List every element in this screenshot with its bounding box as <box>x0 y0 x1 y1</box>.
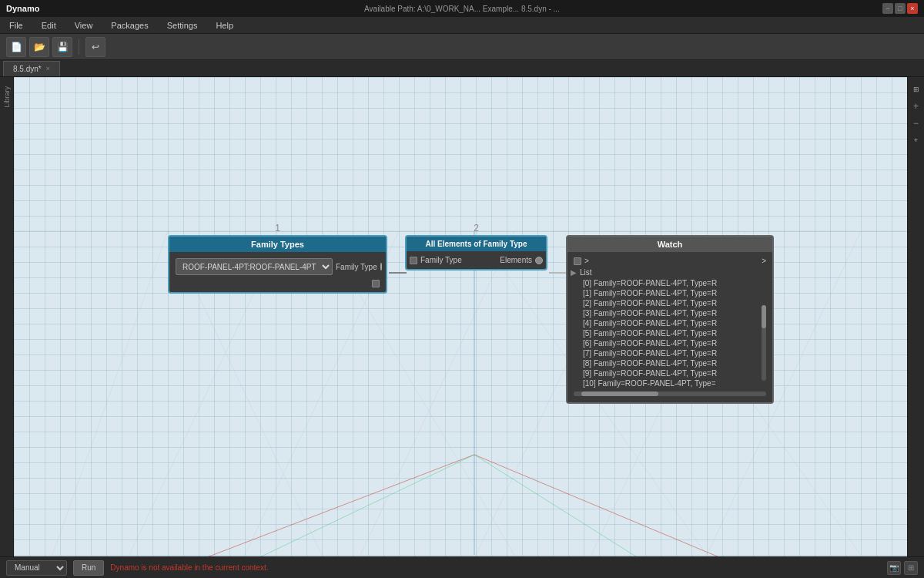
right-panel: ⊞ + − + <box>907 77 924 556</box>
screenshot-icon[interactable]: 📷 <box>887 561 901 575</box>
menu-settings[interactable]: Settings <box>164 19 201 32</box>
all-elements-output-label: Elements <box>500 256 532 264</box>
menu-bar: File Edit View Packages Settings Help <box>0 17 924 34</box>
zoom-out-button[interactable]: − <box>910 117 922 129</box>
node-all-elements-header: All Elements of Family Type <box>407 237 546 251</box>
watch-list-label: List <box>580 268 592 277</box>
watch-list-item-2: [2] Family=ROOF-PANEL-4PT, Type=R <box>571 298 758 308</box>
all-elements-input-port <box>410 257 417 264</box>
maximize-button[interactable]: □ <box>895 3 906 14</box>
zoom-reset-button[interactable]: + <box>910 134 922 146</box>
layout-icon[interactable]: ⊞ <box>904 561 918 575</box>
menu-edit[interactable]: Edit <box>38 19 59 32</box>
save-button[interactable]: 💾 <box>52 37 72 57</box>
all-elements-output-port <box>535 257 543 264</box>
watch-list-item-5: [5] Family=ROOF-PANEL-4PT, Type=R <box>571 328 758 338</box>
node-watch-body: > > ▶ List [0] Family=ROOF-PANEL-4PT, Ty… <box>567 252 772 402</box>
node-all-elements: 2 All Elements of Family Type Family Typ… <box>405 235 547 271</box>
family-type-row: ROOF-PANEL-4PT:ROOF-PANEL-4PT Family Typ… <box>172 255 383 278</box>
node-family-types-body: ROOF-PANEL-4PT:ROOF-PANEL-4PT Family Typ… <box>169 252 386 292</box>
watch-list-item-7: [7] Family=ROOF-PANEL-4PT, Type=R <box>571 348 758 358</box>
menu-file[interactable]: File <box>6 19 26 32</box>
family-type-dropdown[interactable]: ROOF-PANEL-4PT:ROOF-PANEL-4PT <box>176 258 333 275</box>
all-elements-port-row: Family Type Elements <box>410 254 543 266</box>
all-elements-input-label: Family Type <box>420 256 462 264</box>
minimize-button[interactable]: − <box>882 3 893 14</box>
watch-port-row: > > <box>571 255 769 267</box>
app-logo: Dynamo <box>6 4 39 13</box>
menu-packages[interactable]: Packages <box>108 19 151 32</box>
watch-input-port <box>574 257 581 265</box>
watch-list-item-10: [10] Family=ROOF-PANEL-4PT, Type= <box>571 378 758 388</box>
undo-button[interactable]: ↩ <box>85 37 105 57</box>
watch-list-item-6: [6] Family=ROOF-PANEL-4PT, Type=R <box>571 338 758 348</box>
status-left: Manual Automatic Run Dynamo is not avail… <box>6 560 268 576</box>
node-watch-header: Watch <box>567 237 772 252</box>
status-message: Dynamo is not available in the current c… <box>110 563 268 572</box>
open-button[interactable]: 📂 <box>29 37 49 57</box>
node-family-types-header: Family Types <box>169 237 386 252</box>
toolbar: 📄 📂 💾 ↩ <box>0 34 924 60</box>
menu-view[interactable]: View <box>72 19 96 32</box>
zoom-fit-button[interactable]: ⊞ <box>910 83 922 96</box>
sidebar: Library <box>0 77 14 556</box>
watch-scrollbar-thumb <box>762 305 766 328</box>
node2-badge: 2 <box>474 223 479 234</box>
watch-list-item-3: [3] Family=ROOF-PANEL-4PT, Type=R <box>571 308 758 318</box>
watch-input-label: > <box>584 257 589 265</box>
toolbar-separator <box>79 39 79 55</box>
tab-bar: 8.5.dyn* × <box>0 60 924 77</box>
run-button[interactable]: Run <box>73 560 104 576</box>
watch-output-label: > <box>762 257 766 265</box>
watch-list-item-0: [0] Family=ROOF-PANEL-4PT, Type=R <box>571 278 758 288</box>
status-right: 📷 ⊞ <box>887 561 918 575</box>
title-bar: Dynamo Available Path: A:\0_WORK_NA... E… <box>0 0 924 17</box>
window-controls: − □ × <box>882 3 918 14</box>
node-watch: Watch > > ▶ List [0] Family=ROOF-PANEL-4… <box>566 235 774 404</box>
status-bar: Manual Automatic Run Dynamo is not avail… <box>0 556 924 578</box>
new-button[interactable]: 📄 <box>6 37 26 57</box>
main-content: Library <box>0 77 924 556</box>
watch-scrollbar[interactable] <box>762 305 766 381</box>
watch-list-item-8: [8] Family=ROOF-PANEL-4PT, Type=R <box>571 358 758 368</box>
watch-list-item-4: [4] Family=ROOF-PANEL-4PT, Type=R <box>571 318 758 328</box>
tab-label: 8.5.dyn* <box>13 65 42 73</box>
watch-hscrollbar[interactable] <box>574 391 766 396</box>
tab-file[interactable]: 8.5.dyn* × <box>3 61 60 76</box>
node1-badge: 1 <box>275 223 280 234</box>
canvas[interactable]: 1 Family Types ROOF-PANEL-4PT:ROOF-PANEL… <box>14 77 907 556</box>
family-types-corner-port <box>372 280 380 287</box>
node-all-elements-body: Family Type Elements <box>407 251 546 269</box>
run-mode-select[interactable]: Manual Automatic <box>6 560 67 576</box>
node-family-types: 1 Family Types ROOF-PANEL-4PT:ROOF-PANEL… <box>168 235 387 294</box>
menu-help[interactable]: Help <box>213 19 236 32</box>
zoom-in-button[interactable]: + <box>910 100 922 113</box>
window-title: Available Path: A:\0_WORK_NA... Example.… <box>364 5 560 13</box>
close-button[interactable]: × <box>907 3 918 14</box>
watch-list-item-1: [1] Family=ROOF-PANEL-4PT, Type=R <box>571 288 758 298</box>
family-type-output-port <box>380 263 382 271</box>
watch-hscrollbar-thumb <box>581 391 658 396</box>
watch-list-header: ▶ List <box>571 267 758 278</box>
family-type-port-label: Family Type <box>336 263 377 271</box>
watch-list-item-9: [9] Family=ROOF-PANEL-4PT, Type=R <box>571 368 758 378</box>
sidebar-library-label: Library <box>3 86 11 108</box>
tab-close-icon[interactable]: × <box>46 65 50 72</box>
